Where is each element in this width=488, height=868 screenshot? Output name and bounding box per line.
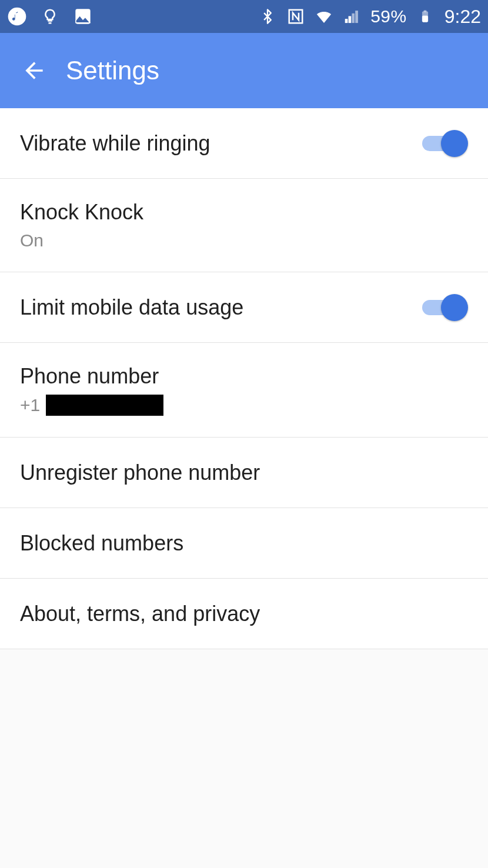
wifi-icon bbox=[314, 6, 334, 26]
settings-item-blocked[interactable]: Blocked numbers bbox=[0, 508, 488, 579]
nfc-icon bbox=[286, 6, 306, 26]
settings-item-vibrate[interactable]: Vibrate while ringing bbox=[0, 108, 488, 179]
clock: 9:22 bbox=[444, 6, 481, 28]
svg-rect-5 bbox=[352, 14, 355, 22]
back-button[interactable] bbox=[18, 54, 51, 87]
battery-icon bbox=[415, 6, 435, 26]
limit-data-toggle[interactable] bbox=[422, 294, 468, 321]
svg-rect-8 bbox=[424, 11, 426, 12]
music-icon bbox=[7, 6, 27, 26]
bluetooth-icon bbox=[258, 6, 278, 26]
svg-rect-4 bbox=[349, 16, 351, 23]
item-sublabel: On bbox=[20, 231, 143, 251]
arrow-left-icon bbox=[21, 58, 47, 84]
toggle-thumb bbox=[441, 130, 468, 157]
status-left bbox=[7, 6, 93, 26]
phone-prefix: +1 bbox=[20, 395, 40, 415]
settings-item-phone-number[interactable]: Phone number +1 bbox=[0, 343, 488, 438]
item-label: Phone number bbox=[20, 364, 163, 389]
settings-item-about[interactable]: About, terms, and privacy bbox=[0, 579, 488, 649]
bulb-icon bbox=[40, 6, 60, 26]
battery-percent: 59% bbox=[370, 6, 407, 26]
svg-point-0 bbox=[8, 8, 25, 25]
item-label: Limit mobile data usage bbox=[20, 295, 243, 320]
settings-item-knock[interactable]: Knock Knock On bbox=[0, 179, 488, 272]
settings-item-unregister[interactable]: Unregister phone number bbox=[0, 438, 488, 508]
svg-rect-6 bbox=[356, 11, 358, 23]
vibrate-toggle[interactable] bbox=[422, 130, 468, 157]
item-sublabel: +1 bbox=[20, 395, 163, 416]
signal-icon bbox=[342, 6, 362, 26]
svg-rect-9 bbox=[422, 16, 427, 22]
status-right: 59% 9:22 bbox=[258, 6, 481, 28]
app-bar: Settings bbox=[0, 33, 488, 108]
item-label: About, terms, and privacy bbox=[20, 602, 260, 626]
item-label: Blocked numbers bbox=[20, 531, 183, 556]
item-label: Vibrate while ringing bbox=[20, 131, 210, 156]
redacted-phone bbox=[46, 395, 163, 416]
status-bar: 59% 9:22 bbox=[0, 0, 488, 33]
toggle-thumb bbox=[441, 294, 468, 321]
item-label: Knock Knock bbox=[20, 200, 143, 225]
item-label: Unregister phone number bbox=[20, 460, 260, 485]
image-icon bbox=[73, 6, 93, 26]
page-title: Settings bbox=[66, 56, 159, 85]
svg-rect-3 bbox=[346, 19, 348, 23]
settings-list: Vibrate while ringing Knock Knock On Lim… bbox=[0, 108, 488, 649]
settings-item-limit-data[interactable]: Limit mobile data usage bbox=[0, 272, 488, 343]
